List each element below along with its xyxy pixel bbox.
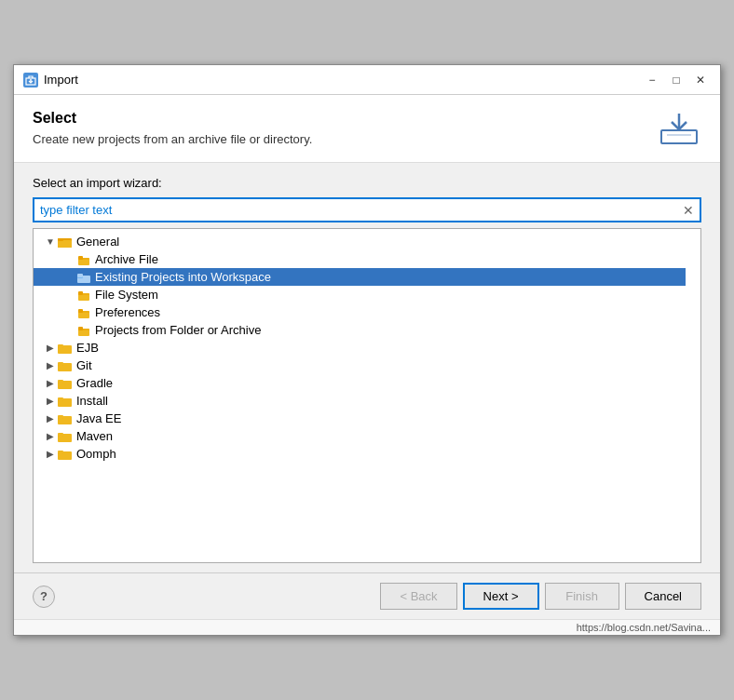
tree-item[interactable]: ▶ Install (34, 392, 686, 410)
svg-rect-34 (58, 397, 63, 401)
tree-toggle[interactable]: ▶ (43, 449, 58, 459)
tree-toggle[interactable]: ▶ (43, 343, 58, 353)
tree-item[interactable]: ▼ General (34, 233, 686, 250)
dialog-icon (23, 73, 38, 88)
title-controls: − □ ✕ (642, 70, 711, 90)
folder-open-icon (58, 236, 73, 249)
header-icon-area (657, 110, 701, 147)
svg-rect-37 (58, 415, 63, 419)
file-icon (76, 324, 91, 337)
import-icon (659, 112, 699, 145)
tree-item[interactable]: ▶ EJB (34, 339, 686, 357)
svg-rect-22 (78, 329, 89, 330)
tree-toggle[interactable]: ▶ (43, 378, 58, 388)
tree-item[interactable]: ▶ Git (34, 357, 686, 374)
footer-section: ? < Back Next > Finish Cancel (14, 572, 720, 619)
title-bar: Import − □ ✕ (14, 65, 720, 95)
tree-container: ▼ General Archive File Existing Projects… (33, 228, 701, 563)
cancel-button[interactable]: Cancel (625, 583, 701, 610)
svg-rect-10 (78, 258, 89, 260)
svg-rect-25 (58, 344, 63, 348)
tree-item[interactable]: ▶ Oomph (34, 445, 686, 463)
tree-item[interactable]: Existing Projects into Workspace (34, 268, 686, 286)
title-bar-left: Import (23, 73, 78, 88)
folder-closed-icon (58, 377, 73, 390)
tree-item-label: Install (76, 394, 108, 408)
file-special-icon (76, 271, 91, 284)
folder-closed-icon (58, 412, 73, 425)
tree-item-label: Projects from Folder or Archive (95, 323, 261, 337)
maximize-button[interactable]: □ (666, 70, 686, 90)
folder-closed-icon (58, 448, 73, 461)
folder-closed-icon (58, 430, 73, 443)
tree-item-label: EJB (76, 341, 99, 355)
tree-item-label: Oomph (76, 447, 116, 461)
footer-buttons: < Back Next > Finish Cancel (380, 583, 701, 610)
folder-closed-icon (58, 342, 73, 355)
tree-item-label: Archive File (95, 252, 158, 266)
filter-row: ✕ (33, 197, 701, 222)
tree-item-label: Git (76, 358, 92, 372)
tree-item-label: Gradle (76, 376, 113, 390)
svg-rect-6 (58, 240, 72, 248)
svg-rect-16 (78, 293, 89, 295)
close-button[interactable]: ✕ (690, 70, 711, 90)
tree-item[interactable]: Preferences (34, 303, 686, 321)
tree-toggle[interactable]: ▶ (43, 431, 58, 441)
svg-rect-4 (667, 134, 691, 136)
tree-item[interactable]: File System (34, 286, 686, 303)
svg-rect-2 (661, 130, 697, 143)
file-icon (76, 253, 91, 266)
filter-clear-button[interactable]: ✕ (677, 203, 700, 218)
back-button[interactable]: < Back (380, 583, 456, 610)
footer-left: ? (33, 586, 55, 608)
svg-rect-7 (58, 238, 63, 241)
tree-toggle[interactable]: ▶ (43, 360, 58, 370)
tree-item[interactable]: ▶ Gradle (34, 374, 686, 392)
folder-closed-icon (58, 395, 73, 408)
file-icon (76, 289, 91, 302)
header-section: Select Create new projects from an archi… (14, 95, 720, 163)
tree-item[interactable]: ▶ Maven (34, 427, 686, 445)
minimize-button[interactable]: − (642, 70, 662, 90)
svg-rect-43 (58, 451, 63, 454)
folder-closed-icon (58, 359, 73, 372)
svg-rect-40 (58, 433, 63, 437)
tree-item-label: Java EE (76, 411, 121, 425)
header-description: Create new projects from an archive file… (33, 132, 312, 146)
svg-rect-31 (58, 380, 63, 384)
tree-item[interactable]: Projects from Folder or Archive (34, 321, 686, 339)
wizard-label: Select an import wizard: (33, 176, 701, 190)
tree-scroll-area[interactable]: ▼ General Archive File Existing Projects… (34, 229, 700, 466)
finish-button[interactable]: Finish (545, 583, 619, 610)
status-bar: https://blog.csdn.net/Savina... (14, 619, 720, 635)
svg-rect-13 (77, 274, 83, 277)
header-text: Select Create new projects from an archi… (33, 110, 312, 146)
svg-rect-19 (78, 311, 89, 313)
tree-item-label: Preferences (95, 305, 160, 319)
tree-toggle[interactable]: ▶ (43, 396, 58, 406)
tree-item-label: General (76, 235, 119, 249)
help-button[interactable]: ? (33, 586, 55, 608)
svg-rect-28 (58, 362, 63, 366)
tree-toggle[interactable]: ▼ (43, 236, 58, 247)
import-dialog: Import − □ ✕ Select Create new projects … (13, 64, 721, 636)
tree-item-label: Maven (76, 429, 113, 443)
tree-item-label: File System (95, 288, 158, 302)
tree-item-label: Existing Projects into Workspace (95, 270, 271, 284)
file-icon (76, 306, 91, 319)
header-title: Select (33, 110, 312, 127)
filter-input[interactable] (34, 199, 677, 221)
status-url: https://blog.csdn.net/Savina... (577, 622, 711, 633)
next-button[interactable]: Next > (463, 583, 539, 610)
tree-toggle[interactable]: ▶ (43, 413, 58, 424)
tree-item[interactable]: ▶ Java EE (34, 410, 686, 427)
dialog-title: Import (44, 73, 78, 87)
content-section: Select an import wizard: ✕ ▼ General Arc… (14, 163, 720, 572)
tree-item[interactable]: Archive File (34, 250, 686, 268)
